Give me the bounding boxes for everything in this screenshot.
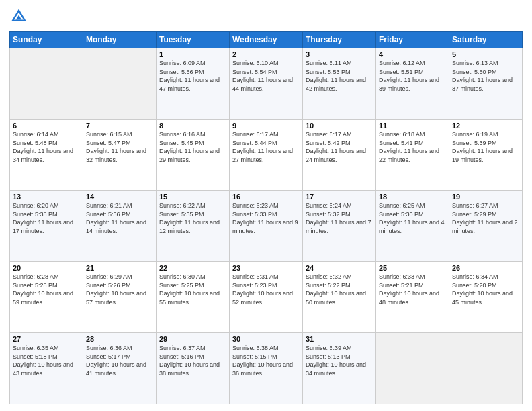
day-info: Sunrise: 6:34 AM Sunset: 5:20 PM Dayligh… [452, 273, 519, 306]
day-number: 16 [232, 193, 300, 201]
day-number: 17 [306, 193, 373, 201]
day-info: Sunrise: 6:22 AM Sunset: 5:35 PM Dayligh… [159, 201, 226, 235]
day-info: Sunrise: 6:25 AM Sunset: 5:30 PM Dayligh… [379, 201, 446, 235]
day-info: Sunrise: 6:35 AM Sunset: 5:18 PM Dayligh… [13, 344, 80, 377]
day-number: 15 [159, 193, 226, 201]
day-info: Sunrise: 6:28 AM Sunset: 5:28 PM Dayligh… [13, 273, 80, 306]
day-number: 2 [232, 50, 300, 58]
calendar-cell [376, 333, 449, 404]
day-number: 21 [86, 264, 153, 272]
day-info: Sunrise: 6:29 AM Sunset: 5:26 PM Dayligh… [86, 273, 153, 306]
day-info: Sunrise: 6:23 AM Sunset: 5:33 PM Dayligh… [232, 201, 300, 235]
logo [9, 7, 31, 26]
calendar-cell: 15Sunrise: 6:22 AM Sunset: 5:35 PM Dayli… [157, 191, 230, 262]
day-of-week-header: Sunday [10, 32, 83, 48]
day-number: 25 [379, 264, 446, 272]
calendar-cell: 9Sunrise: 6:17 AM Sunset: 5:44 PM Daylig… [230, 120, 303, 191]
day-number: 24 [306, 264, 373, 272]
day-number: 13 [13, 193, 80, 201]
day-number: 30 [232, 335, 300, 343]
calendar-cell: 13Sunrise: 6:20 AM Sunset: 5:38 PM Dayli… [10, 191, 83, 262]
calendar-cell: 25Sunrise: 6:33 AM Sunset: 5:21 PM Dayli… [376, 262, 449, 333]
day-info: Sunrise: 6:30 AM Sunset: 5:25 PM Dayligh… [159, 273, 226, 306]
calendar-cell [83, 48, 157, 120]
calendar-cell: 10Sunrise: 6:17 AM Sunset: 5:42 PM Dayli… [303, 120, 376, 191]
day-info: Sunrise: 6:21 AM Sunset: 5:36 PM Dayligh… [86, 201, 153, 235]
calendar-cell: 18Sunrise: 6:25 AM Sunset: 5:30 PM Dayli… [376, 191, 449, 262]
day-info: Sunrise: 6:27 AM Sunset: 5:29 PM Dayligh… [452, 201, 519, 235]
day-number: 5 [452, 50, 519, 58]
calendar-week-row: 27Sunrise: 6:35 AM Sunset: 5:18 PM Dayli… [10, 333, 523, 404]
calendar-cell: 3Sunrise: 6:11 AM Sunset: 5:53 PM Daylig… [303, 48, 376, 120]
day-info: Sunrise: 6:39 AM Sunset: 5:13 PM Dayligh… [306, 344, 373, 377]
calendar-cell: 6Sunrise: 6:14 AM Sunset: 5:48 PM Daylig… [10, 120, 83, 191]
calendar-cell: 7Sunrise: 6:15 AM Sunset: 5:47 PM Daylig… [83, 120, 157, 191]
day-number: 6 [13, 122, 80, 130]
calendar-cell: 28Sunrise: 6:36 AM Sunset: 5:17 PM Dayli… [83, 333, 157, 404]
day-number: 18 [379, 193, 446, 201]
day-info: Sunrise: 6:13 AM Sunset: 5:50 PM Dayligh… [452, 59, 519, 93]
calendar-week-row: 1Sunrise: 6:09 AM Sunset: 5:56 PM Daylig… [10, 48, 523, 120]
day-info: Sunrise: 6:36 AM Sunset: 5:17 PM Dayligh… [86, 344, 153, 377]
calendar-cell: 31Sunrise: 6:39 AM Sunset: 5:13 PM Dayli… [303, 333, 376, 404]
day-number: 3 [306, 50, 373, 58]
calendar-cell: 20Sunrise: 6:28 AM Sunset: 5:28 PM Dayli… [10, 262, 83, 333]
day-number: 7 [86, 122, 153, 130]
day-number: 31 [306, 335, 373, 343]
calendar-cell: 16Sunrise: 6:23 AM Sunset: 5:33 PM Dayli… [230, 191, 303, 262]
calendar-cell: 24Sunrise: 6:32 AM Sunset: 5:22 PM Dayli… [303, 262, 376, 333]
day-number: 11 [379, 122, 446, 130]
day-info: Sunrise: 6:24 AM Sunset: 5:32 PM Dayligh… [306, 201, 373, 235]
day-info: Sunrise: 6:20 AM Sunset: 5:38 PM Dayligh… [13, 201, 80, 235]
day-of-week-header: Friday [376, 32, 449, 48]
calendar-header-row: SundayMondayTuesdayWednesdayThursdayFrid… [10, 32, 523, 48]
day-info: Sunrise: 6:19 AM Sunset: 5:39 PM Dayligh… [452, 130, 519, 164]
calendar-cell: 19Sunrise: 6:27 AM Sunset: 5:29 PM Dayli… [449, 191, 523, 262]
calendar-cell [449, 333, 523, 404]
calendar-cell: 12Sunrise: 6:19 AM Sunset: 5:39 PM Dayli… [449, 120, 523, 191]
day-number: 23 [232, 264, 300, 272]
calendar-cell: 11Sunrise: 6:18 AM Sunset: 5:41 PM Dayli… [376, 120, 449, 191]
header [9, 7, 523, 26]
day-info: Sunrise: 6:16 AM Sunset: 5:45 PM Dayligh… [159, 130, 226, 164]
day-info: Sunrise: 6:37 AM Sunset: 5:16 PM Dayligh… [159, 344, 226, 377]
calendar-cell: 4Sunrise: 6:12 AM Sunset: 5:51 PM Daylig… [376, 48, 449, 120]
calendar-cell: 26Sunrise: 6:34 AM Sunset: 5:20 PM Dayli… [449, 262, 523, 333]
day-info: Sunrise: 6:17 AM Sunset: 5:42 PM Dayligh… [306, 130, 373, 164]
calendar-cell: 30Sunrise: 6:38 AM Sunset: 5:15 PM Dayli… [230, 333, 303, 404]
calendar-table: SundayMondayTuesdayWednesdayThursdayFrid… [9, 31, 523, 404]
calendar-cell: 1Sunrise: 6:09 AM Sunset: 5:56 PM Daylig… [157, 48, 230, 120]
calendar-cell: 27Sunrise: 6:35 AM Sunset: 5:18 PM Dayli… [10, 333, 83, 404]
day-number: 12 [452, 122, 519, 130]
day-of-week-header: Tuesday [157, 32, 230, 48]
day-number: 26 [452, 264, 519, 272]
calendar-cell: 5Sunrise: 6:13 AM Sunset: 5:50 PM Daylig… [449, 48, 523, 120]
day-info: Sunrise: 6:33 AM Sunset: 5:21 PM Dayligh… [379, 273, 446, 306]
calendar-cell: 21Sunrise: 6:29 AM Sunset: 5:26 PM Dayli… [83, 262, 157, 333]
day-number: 22 [159, 264, 226, 272]
day-info: Sunrise: 6:32 AM Sunset: 5:22 PM Dayligh… [306, 273, 373, 306]
calendar-cell: 14Sunrise: 6:21 AM Sunset: 5:36 PM Dayli… [83, 191, 157, 262]
day-of-week-header: Monday [83, 32, 157, 48]
calendar-cell: 29Sunrise: 6:37 AM Sunset: 5:16 PM Dayli… [157, 333, 230, 404]
calendar-cell: 8Sunrise: 6:16 AM Sunset: 5:45 PM Daylig… [157, 120, 230, 191]
day-number: 29 [159, 335, 226, 343]
day-of-week-header: Thursday [303, 32, 376, 48]
day-number: 20 [13, 264, 80, 272]
calendar-cell: 23Sunrise: 6:31 AM Sunset: 5:23 PM Dayli… [230, 262, 303, 333]
calendar-week-row: 6Sunrise: 6:14 AM Sunset: 5:48 PM Daylig… [10, 120, 523, 191]
day-number: 8 [159, 122, 226, 130]
day-info: Sunrise: 6:15 AM Sunset: 5:47 PM Dayligh… [86, 130, 153, 164]
day-number: 1 [159, 50, 226, 58]
day-number: 28 [86, 335, 153, 343]
day-number: 14 [86, 193, 153, 201]
day-number: 27 [13, 335, 80, 343]
calendar-cell [10, 48, 83, 120]
day-info: Sunrise: 6:09 AM Sunset: 5:56 PM Dayligh… [159, 59, 226, 93]
day-info: Sunrise: 6:12 AM Sunset: 5:51 PM Dayligh… [379, 59, 446, 93]
day-number: 10 [306, 122, 373, 130]
day-number: 19 [452, 193, 519, 201]
calendar-week-row: 20Sunrise: 6:28 AM Sunset: 5:28 PM Dayli… [10, 262, 523, 333]
day-number: 4 [379, 50, 446, 58]
day-info: Sunrise: 6:18 AM Sunset: 5:41 PM Dayligh… [379, 130, 446, 164]
